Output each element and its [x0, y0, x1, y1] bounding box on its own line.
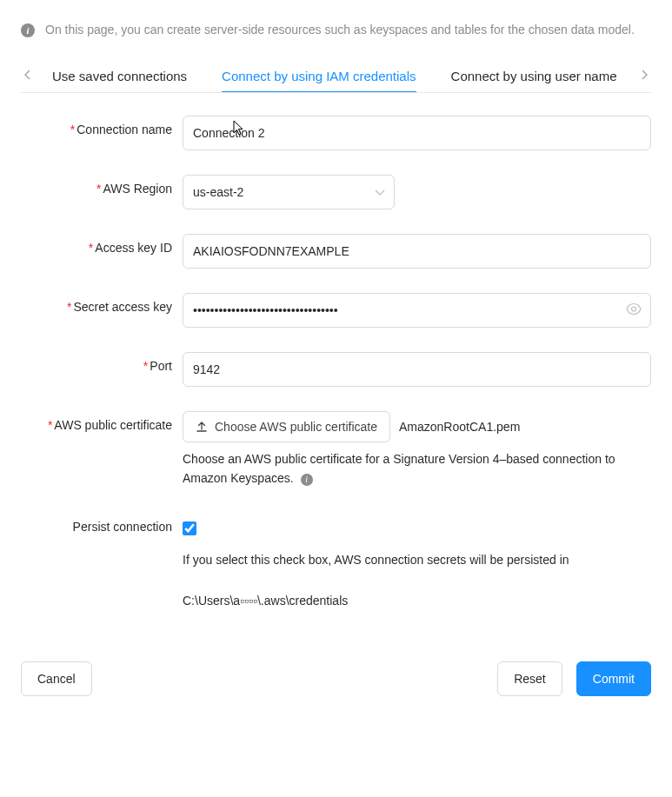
tab-scroll-left[interactable]: [21, 70, 35, 83]
label-persist-connection: Persist connection: [21, 513, 183, 534]
info-text: On this page, you can create server-side…: [45, 21, 635, 39]
commit-button[interactable]: Commit: [576, 661, 651, 696]
persist-help-text: If you select this check box, AWS connec…: [183, 550, 651, 569]
upload-icon: [196, 421, 208, 433]
tab-connect-username[interactable]: Connect by using user name: [451, 60, 617, 92]
persist-path-text: C:\Users\a▫▫▫▫\.aws\credentials: [183, 594, 651, 608]
choose-certificate-button[interactable]: Choose AWS public certificate: [183, 411, 390, 442]
row-access-key-id: *Access key ID: [21, 234, 651, 269]
svg-point-0: [632, 307, 636, 311]
label-aws-region: *AWS Region: [21, 175, 183, 196]
tab-use-saved-connections[interactable]: Use saved connections: [52, 60, 187, 92]
reset-button[interactable]: Reset: [497, 661, 562, 696]
tab-bar: Use saved connections Connect by using I…: [21, 60, 651, 93]
row-port: *Port: [21, 352, 651, 387]
cancel-button[interactable]: Cancel: [21, 661, 92, 696]
certificate-help-text: Choose an AWS public certificate for a S…: [183, 449, 651, 488]
secret-access-key-input[interactable]: [183, 293, 651, 328]
aws-region-select[interactable]: us-east-2: [183, 175, 395, 209]
label-access-key-id: *Access key ID: [21, 234, 183, 255]
row-persist-connection: Persist connection If you select this ch…: [21, 513, 651, 608]
choose-certificate-label: Choose AWS public certificate: [215, 420, 377, 434]
connection-name-input[interactable]: [183, 116, 651, 150]
row-secret-access-key: *Secret access key: [21, 293, 651, 328]
row-aws-region: *AWS Region us-east-2: [21, 175, 651, 209]
persist-connection-checkbox[interactable]: [183, 521, 196, 535]
label-secret-access-key: *Secret access key: [21, 293, 183, 314]
eye-icon[interactable]: [626, 303, 642, 318]
info-icon: i: [21, 23, 35, 37]
row-connection-name: *Connection name: [21, 116, 651, 150]
port-input[interactable]: [183, 352, 651, 387]
info-icon[interactable]: i: [301, 474, 313, 486]
row-aws-public-certificate: *AWS public certificate Choose AWS publi…: [21, 411, 651, 488]
label-connection-name: *Connection name: [21, 116, 183, 136]
info-banner: i On this page, you can create server-si…: [21, 21, 651, 39]
label-port: *Port: [21, 352, 183, 373]
access-key-id-input[interactable]: [183, 234, 651, 269]
label-aws-public-certificate: *AWS public certificate: [21, 411, 183, 432]
certificate-filename: AmazonRootCA1.pem: [399, 420, 520, 434]
tab-scroll-right[interactable]: [637, 70, 651, 83]
footer: Cancel Reset Commit: [21, 661, 651, 696]
tab-connect-iam-credentials[interactable]: Connect by using IAM credentials: [222, 60, 416, 92]
